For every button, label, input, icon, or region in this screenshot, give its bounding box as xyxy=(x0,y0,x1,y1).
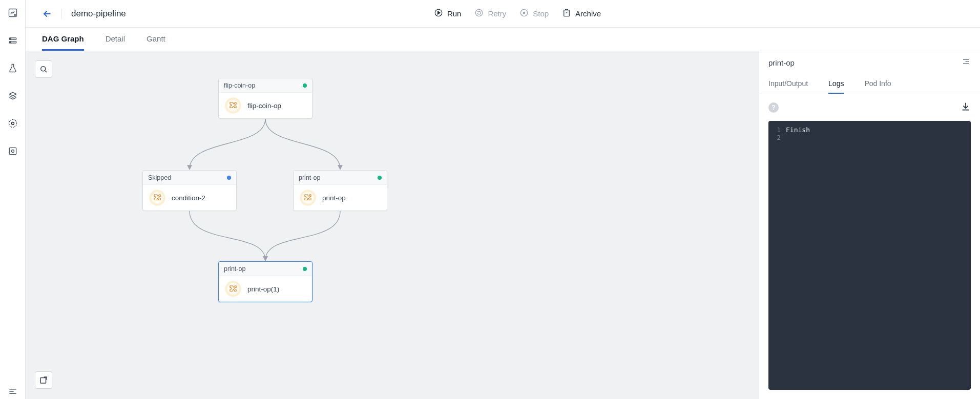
retry-button: Retry xyxy=(474,8,506,19)
node-header: print-op xyxy=(294,171,387,185)
puzzle-icon xyxy=(149,190,165,206)
log-view[interactable]: 1 Finish 2 xyxy=(768,121,971,390)
artifacts-icon[interactable] xyxy=(5,143,20,159)
status-dot-success xyxy=(303,83,307,88)
panel-tabs: Input/Output Logs Pod Info xyxy=(759,74,980,94)
fullscreen-button[interactable] xyxy=(35,371,52,389)
node-label: flip-coin-op xyxy=(247,102,281,110)
play-icon xyxy=(434,8,443,19)
run-button[interactable]: Run xyxy=(434,8,462,19)
node-body: print-op xyxy=(294,185,387,211)
log-line-number: 1 xyxy=(768,126,786,134)
panel-header: print-op xyxy=(759,51,980,74)
node-title: print-op xyxy=(224,265,245,272)
dashboard-icon[interactable] xyxy=(5,5,20,20)
log-line: 2 xyxy=(768,134,971,141)
tab-dag-graph[interactable]: DAG Graph xyxy=(42,28,84,51)
node-body: flip-coin-op xyxy=(219,93,312,118)
node-condition-2[interactable]: Skipped condition-2 xyxy=(142,170,237,211)
jobs-icon[interactable] xyxy=(5,33,20,48)
tab-gantt[interactable]: Gantt xyxy=(147,28,165,51)
svg-point-4 xyxy=(10,38,11,39)
node-title: flip-coin-op xyxy=(224,82,255,89)
node-label: condition-2 xyxy=(172,194,205,202)
log-line-text: Finish xyxy=(786,126,810,134)
archive-button[interactable]: Archive xyxy=(562,8,601,19)
workspace: flip-coin-op flip-coin-op Skipped xyxy=(26,51,980,399)
node-title: print-op xyxy=(299,174,320,181)
svg-point-9 xyxy=(11,150,14,153)
log-line: 1 Finish xyxy=(768,126,971,134)
node-header: Skipped xyxy=(143,171,236,185)
right-panel: print-op Input/Output Logs Pod Info ? 1 … xyxy=(759,51,980,399)
svg-point-5 xyxy=(10,42,11,43)
stop-button: Stop xyxy=(519,8,549,19)
puzzle-icon xyxy=(225,281,241,297)
node-print-op-1[interactable]: print-op print-op(1) xyxy=(218,261,312,302)
node-header: print-op xyxy=(219,262,312,276)
node-header: flip-coin-op xyxy=(219,78,312,93)
node-title: Skipped xyxy=(148,174,171,181)
puzzle-icon xyxy=(300,190,316,206)
left-rail xyxy=(0,0,26,399)
log-line-number: 2 xyxy=(768,134,786,141)
panel-tab-input-output[interactable]: Input/Output xyxy=(768,74,808,94)
svg-point-18 xyxy=(41,67,46,71)
help-icon[interactable]: ? xyxy=(768,102,779,113)
back-button[interactable] xyxy=(42,9,52,19)
svg-point-6 xyxy=(9,120,16,128)
log-toolbar: ? xyxy=(759,94,980,121)
panel-tab-logs[interactable]: Logs xyxy=(828,74,844,94)
dag-canvas[interactable]: flip-coin-op flip-coin-op Skipped xyxy=(26,51,759,399)
node-label: print-op xyxy=(322,194,346,202)
svg-point-16 xyxy=(524,12,525,13)
panel-title: print-op xyxy=(768,58,795,67)
puzzle-icon xyxy=(225,97,241,114)
pipeline-title: demo-pipeline xyxy=(71,9,425,19)
svg-point-14 xyxy=(476,9,483,16)
collapse-panel-icon[interactable] xyxy=(962,57,971,68)
experiments-icon[interactable] xyxy=(5,60,20,76)
node-flip-coin-op[interactable]: flip-coin-op flip-coin-op xyxy=(218,78,312,119)
status-dot-skipped xyxy=(227,176,231,180)
svg-point-7 xyxy=(11,122,14,125)
status-dot-success xyxy=(303,267,307,271)
svg-rect-8 xyxy=(9,148,16,154)
status-dot-success xyxy=(378,176,382,180)
retry-icon xyxy=(474,8,484,19)
tab-detail[interactable]: Detail xyxy=(106,28,125,51)
svg-point-1 xyxy=(14,14,15,16)
download-logs-button[interactable] xyxy=(961,101,971,114)
node-print-op[interactable]: print-op print-op xyxy=(293,170,387,211)
header-divider xyxy=(61,9,62,19)
node-label: print-op(1) xyxy=(247,285,279,293)
archive-icon xyxy=(562,8,571,19)
models-icon[interactable] xyxy=(5,88,20,103)
stop-icon xyxy=(519,8,529,19)
view-tabs: DAG Graph Detail Gantt xyxy=(26,28,980,51)
node-body: print-op(1) xyxy=(219,276,312,302)
top-header: demo-pipeline Run Retry Stop Archive xyxy=(26,0,980,28)
svg-rect-17 xyxy=(564,10,570,16)
panel-tab-pod-info[interactable]: Pod Info xyxy=(864,74,891,94)
collapse-rail-icon[interactable] xyxy=(5,384,20,399)
node-body: condition-2 xyxy=(143,185,236,211)
dag-edges xyxy=(26,51,759,399)
pipeline-settings-icon[interactable] xyxy=(5,116,20,131)
svg-rect-19 xyxy=(40,378,46,384)
search-button[interactable] xyxy=(35,60,52,78)
